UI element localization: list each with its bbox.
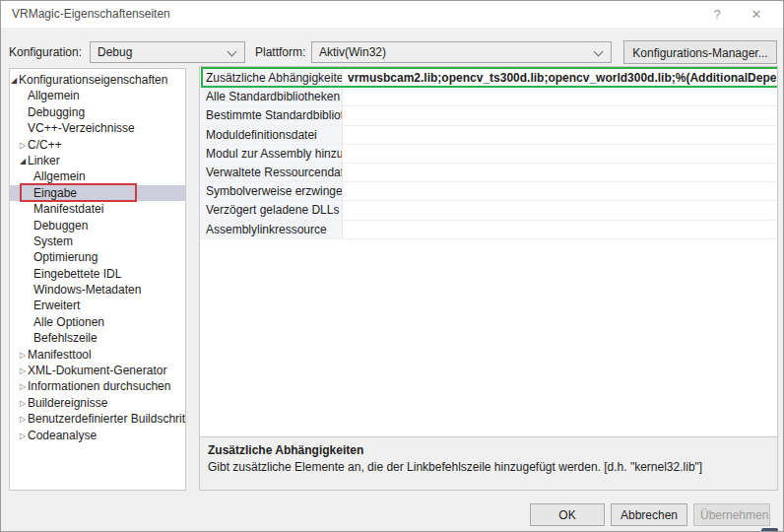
tree-item[interactable]: Befehlszeile — [10, 330, 185, 346]
expander-collapsed-icon[interactable]: ▷ — [20, 364, 28, 379]
property-value[interactable] — [343, 88, 777, 106]
tree-item[interactable]: ▷C/C++ — [10, 137, 185, 153]
property-name: Moduldefinitionsdatei — [200, 126, 343, 145]
property-value[interactable] — [343, 164, 777, 182]
configuration-label: Konfiguration: — [9, 41, 82, 63]
property-name: Zusätzliche Abhängigkeiten — [200, 69, 343, 88]
tree-item-label: Optimierung — [33, 250, 98, 264]
property-value[interactable] — [343, 221, 777, 239]
tree-item[interactable]: System — [10, 233, 185, 249]
tree-item-label: Alle Optionen — [33, 315, 104, 329]
property-name: Assemblylinkressource — [200, 221, 343, 239]
window-title: VRMagic-Eigenschaftenseiten — [12, 1, 170, 28]
property-grid-rows: Zusätzliche Abhängigkeitenvrmusbcam2.lib… — [200, 69, 777, 239]
property-name: Alle Standardbibliotheken ign — [200, 88, 343, 106]
tree-item[interactable]: ◢Linker — [10, 153, 185, 168]
property-value[interactable]: vrmusbcam2.lib;opencv_ts300d.lib;opencv_… — [343, 69, 777, 88]
tree-item[interactable]: Allgemein — [10, 168, 185, 184]
tree-item-label: Debugging — [28, 105, 85, 119]
expander-collapsed-icon[interactable]: ▷ — [20, 412, 28, 428]
tree-item-label: Eingabe — [33, 186, 77, 200]
expander-collapsed-icon[interactable]: ▷ — [20, 396, 28, 412]
property-row[interactable]: Modul zur Assembly hinzufüg — [200, 145, 777, 164]
property-name: Symbolverweise erzwingen — [200, 182, 343, 201]
tree-item[interactable]: ▷Buildereignisse — [10, 395, 185, 411]
tree-item[interactable]: Alle Optionen — [10, 314, 185, 330]
expander-expanded-icon[interactable]: ◢ — [20, 154, 28, 169]
platform-dropdown[interactable]: Aktiv(Win32) — [311, 41, 612, 63]
configuration-value: Debug — [98, 45, 132, 59]
ok-button[interactable]: OK — [530, 503, 605, 526]
property-grid: Zusätzliche Abhängigkeitenvrmusbcam2.lib… — [199, 66, 778, 491]
property-row[interactable]: Verwaltete Ressourcendatei e — [200, 164, 777, 182]
tree-item[interactable]: VC++-Verzeichnisse — [10, 120, 185, 136]
description-title: Zusätzliche Abhängigkeiten — [208, 443, 769, 457]
tree-item[interactable]: ▷Benutzerdefinierter Buildschritt — [10, 411, 185, 427]
tree-item[interactable]: Eingebettete IDL — [10, 266, 185, 282]
property-value[interactable] — [343, 201, 777, 220]
expander-collapsed-icon[interactable]: ▷ — [20, 429, 28, 444]
tree-item-label: Konfigurationseigenschaften — [19, 73, 167, 87]
tree-item[interactable]: ▷Codeanalyse — [10, 428, 185, 443]
description-pane: Zusätzliche Abhängigkeiten Gibt zusätzli… — [200, 436, 777, 490]
tree-item-label: Manifestdatei — [33, 202, 103, 216]
tree-item[interactable]: Optimierung — [10, 249, 185, 265]
help-icon[interactable]: ? — [702, 1, 732, 28]
title-bar: VRMagic-Eigenschaftenseiten ? ✕ — [1, 1, 783, 28]
tree-item-label: Debuggen — [33, 219, 88, 233]
watermark-badge — [761, 528, 778, 532]
tree-item[interactable]: ▷XML-Dokument-Generator — [10, 363, 185, 378]
apply-button: Übernehmen — [693, 503, 770, 526]
property-name: Modul zur Assembly hinzufüg — [200, 145, 343, 164]
tree-item[interactable]: Debugging — [10, 104, 185, 120]
platform-value: Aktiv(Win32) — [319, 45, 386, 59]
tree-item-label: Allgemein — [28, 89, 80, 102]
tree-item-label: Codeanalyse — [28, 429, 97, 442]
tree-item-label: Benutzerdefinierter Buildschritt — [28, 412, 186, 426]
expander-collapsed-icon[interactable]: ▷ — [20, 348, 28, 364]
property-row[interactable]: Zusätzliche Abhängigkeitenvrmusbcam2.lib… — [200, 69, 777, 88]
property-name: Verzögert geladene DLLs — [200, 201, 343, 220]
tree-item[interactable]: ▷Manifesttool — [10, 347, 185, 363]
chevron-down-icon — [594, 47, 604, 57]
config-tree: ◢KonfigurationseigenschaftenAllgemeinDeb… — [9, 68, 186, 491]
tree-item-label: Linker — [28, 154, 60, 167]
tree-item-label: XML-Dokument-Generator — [28, 364, 166, 377]
expander-collapsed-icon[interactable]: ▷ — [20, 138, 28, 154]
tree-item[interactable]: Manifestdatei — [10, 201, 185, 217]
property-value[interactable] — [343, 182, 777, 201]
cancel-button[interactable]: Abbrechen — [611, 503, 687, 526]
expander-collapsed-icon[interactable]: ▷ — [20, 379, 28, 395]
tree-item-label: Windows-Metadaten — [33, 283, 141, 297]
tree-item[interactable]: Eingabe — [10, 185, 185, 201]
tree-item-label: VC++-Verzeichnisse — [28, 121, 135, 135]
tree-item[interactable]: ◢Konfigurationseigenschaften — [10, 72, 185, 88]
tree-item-label: Manifesttool — [28, 348, 92, 362]
configuration-dropdown[interactable]: Debug — [90, 41, 245, 63]
tree-item-label: Buildereignisse — [28, 396, 107, 410]
platform-label: Plattform: — [255, 41, 305, 63]
chevron-down-icon — [228, 47, 237, 57]
close-icon[interactable]: ✕ — [742, 1, 771, 28]
tree-item-label: Informationen durchsuchen — [28, 379, 170, 393]
tree-item[interactable]: Erweitert — [10, 298, 185, 313]
expander-expanded-icon[interactable]: ◢ — [11, 73, 19, 89]
property-row[interactable]: Symbolverweise erzwingen — [200, 182, 777, 201]
property-row[interactable]: Assemblylinkressource — [200, 221, 777, 239]
property-value[interactable] — [343, 126, 777, 145]
property-value[interactable] — [343, 106, 777, 125]
tree-item[interactable]: Debuggen — [10, 218, 185, 233]
tree-item-label: C/C++ — [28, 138, 62, 152]
property-row[interactable]: Verzögert geladene DLLs — [200, 201, 777, 220]
property-row[interactable]: Alle Standardbibliotheken ign — [200, 88, 777, 106]
tree-item[interactable]: ▷Informationen durchsuchen — [10, 378, 185, 394]
property-row[interactable]: Moduldefinitionsdatei — [200, 126, 777, 145]
property-value[interactable] — [343, 145, 777, 164]
tree-item[interactable]: Windows-Metadaten — [10, 282, 185, 298]
property-pages-dialog: VRMagic-Eigenschaftenseiten ? ✕ Konfigur… — [0, 0, 784, 532]
tree-item-label: Allgemein — [33, 169, 86, 183]
configuration-manager-button[interactable]: Konfigurations-Manager... — [623, 40, 777, 64]
property-row[interactable]: Bestimmte Standardbibliothe — [200, 106, 777, 125]
tree-item[interactable]: Allgemein — [10, 88, 185, 103]
property-name: Bestimmte Standardbibliothe — [200, 106, 343, 125]
